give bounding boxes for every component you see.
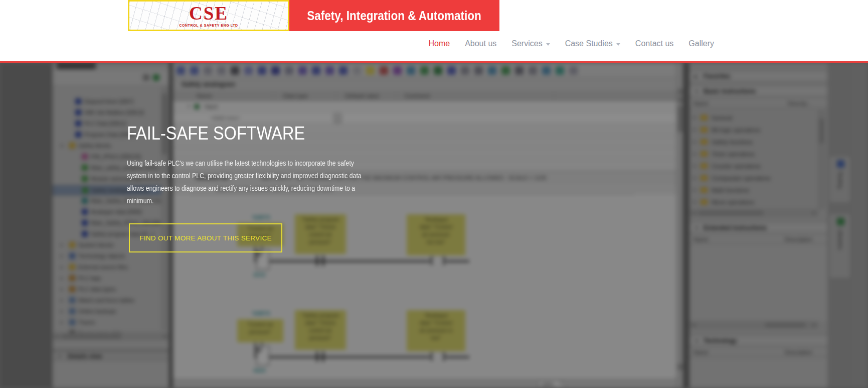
hero-body: Using fail-safe PLC's we can utilise the…	[127, 157, 362, 207]
logo-abbr: CSE	[189, 4, 228, 23]
nav-item-case-studies[interactable]: Case Studies	[565, 39, 620, 48]
nav-item-contact-us[interactable]: Contact us	[635, 39, 673, 48]
nav-item-label: Case Studies	[565, 39, 613, 48]
nav-item-gallery[interactable]: Gallery	[688, 39, 714, 48]
nav-item-label: Home	[428, 39, 450, 48]
chevron-down-icon	[546, 43, 550, 46]
tagline-banner: Safety, Integration & Automation	[289, 0, 499, 31]
logo-subtitle: CONTROL & SAFETY ENG LTD	[179, 24, 238, 27]
site-logo[interactable]: CSE CONTROL & SAFETY ENG LTD	[128, 0, 289, 31]
nav-item-label: About us	[465, 39, 496, 48]
chevron-down-icon	[616, 43, 620, 46]
nav-item-label: Gallery	[688, 39, 714, 48]
hero-cta-button[interactable]: FIND OUT MORE ABOUT THIS SERVICE	[129, 223, 282, 252]
tagline-text: Safety, Integration & Automation	[307, 9, 482, 23]
nav-item-label: Contact us	[635, 39, 673, 48]
hero-section: Elapsed timer [DB7]HMI Job Mailbox [DB13…	[0, 63, 868, 388]
site-header: CSE CONTROL & SAFETY ENG LTD Safety, Int…	[0, 0, 868, 63]
nav-item-about-us[interactable]: About us	[465, 39, 496, 48]
main-nav: HomeAbout usServicesCase StudiesContact …	[428, 36, 714, 51]
nav-item-services[interactable]: Services	[511, 39, 550, 48]
nav-item-home[interactable]: Home	[428, 39, 450, 48]
hero-title: FAIL-SAFE SOFTWARE	[127, 123, 305, 144]
nav-item-label: Services	[511, 39, 542, 48]
